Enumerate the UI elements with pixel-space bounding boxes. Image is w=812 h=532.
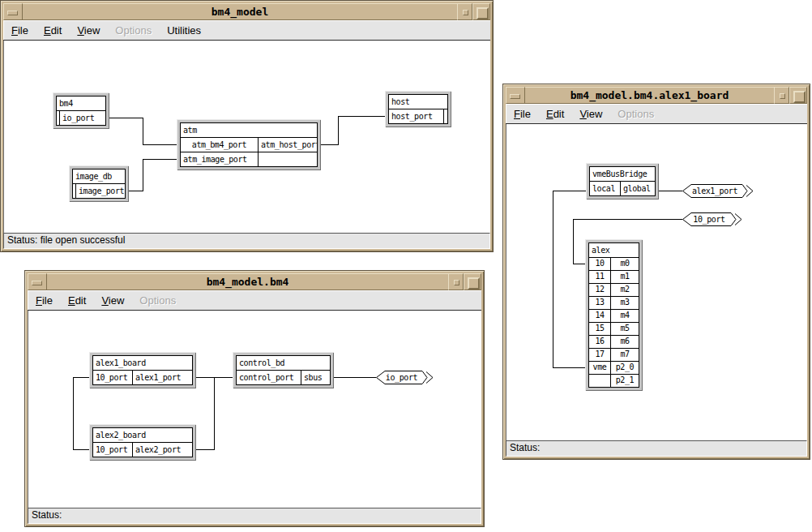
port-10-port[interactable]: 10_port bbox=[93, 443, 133, 457]
window-menu-button[interactable] bbox=[506, 87, 525, 104]
maximize-button[interactable] bbox=[789, 87, 807, 104]
hexagon-10-port[interactable]: 10_port bbox=[682, 212, 742, 226]
window-menu-button[interactable] bbox=[28, 273, 47, 290]
menubar: File Edit View Options bbox=[28, 290, 481, 311]
node-alex1-board[interactable]: alex1_board 10_port alex1_port bbox=[89, 352, 196, 388]
connection-line bbox=[553, 191, 553, 368]
port-control-port[interactable]: control_port bbox=[237, 371, 301, 384]
port-atm-bm4-port[interactable]: atm_bm4_port bbox=[181, 138, 259, 152]
node-title: bm4 bbox=[57, 97, 105, 111]
node-title: alex1_board bbox=[93, 356, 192, 371]
port-io-port[interactable]: io_port bbox=[60, 111, 105, 125]
table-cell[interactable]: 11 bbox=[589, 271, 611, 283]
table-cell[interactable]: 16 bbox=[589, 336, 611, 348]
menu-edit[interactable]: Edit bbox=[546, 108, 564, 120]
port-atm-host-port[interactable]: atm_host_port bbox=[259, 138, 317, 152]
table-cell[interactable]: m7 bbox=[611, 349, 639, 361]
menu-view[interactable]: View bbox=[101, 294, 124, 307]
table-cell[interactable] bbox=[589, 375, 611, 387]
status-bar: Status: file open successful bbox=[3, 233, 490, 249]
titlebar[interactable]: bm4_model.bm4 bbox=[28, 273, 481, 290]
connection-line bbox=[143, 118, 143, 145]
menu-options: Options bbox=[115, 24, 152, 36]
menu-view[interactable]: View bbox=[77, 24, 100, 36]
connection-line bbox=[321, 144, 339, 145]
hexagon-io-port[interactable]: io_port bbox=[376, 371, 434, 384]
window-menu-button[interactable] bbox=[3, 3, 23, 20]
port-image-port[interactable]: image_port bbox=[76, 184, 125, 198]
node-title: control_bd bbox=[237, 356, 330, 371]
table-cell[interactable]: m4 bbox=[611, 310, 639, 322]
connection-line bbox=[129, 191, 143, 191]
window-title: bm4_model.bm4 bbox=[47, 273, 448, 290]
titlebar[interactable]: bm4_model.bm4.alex1_board bbox=[506, 87, 807, 104]
table-cell[interactable]: 13 bbox=[589, 297, 611, 309]
status-bar: Status: bbox=[506, 440, 807, 457]
window-bm4-model-bm4: bm4_model.bm4 File Edit View Options ale… bbox=[24, 270, 485, 527]
node-bm4[interactable]: bm4 io_port bbox=[53, 92, 109, 129]
menu-options: Options bbox=[139, 294, 176, 307]
table-cell[interactable]: m3 bbox=[611, 297, 639, 309]
menu-utilities[interactable]: Utilities bbox=[167, 24, 201, 36]
connection-line bbox=[196, 449, 214, 450]
connection-line bbox=[109, 118, 143, 118]
table-cell[interactable]: vme bbox=[589, 362, 611, 374]
node-title: atm bbox=[181, 123, 317, 138]
hexagon-label: io_port bbox=[376, 371, 427, 384]
port-10-port[interactable]: 10_port bbox=[93, 371, 133, 384]
port-alex2-port[interactable]: alex2_port bbox=[133, 443, 192, 457]
menu-file[interactable]: File bbox=[514, 108, 531, 120]
restore-button[interactable] bbox=[448, 273, 464, 290]
node-vme-bus-bridge[interactable]: vmeBusBridge local global bbox=[586, 163, 659, 200]
table-cell[interactable]: m1 bbox=[611, 271, 639, 283]
status-bar: Status: bbox=[28, 508, 481, 524]
node-image-db[interactable]: image_db image_port bbox=[69, 165, 129, 202]
table-cell[interactable]: m2 bbox=[611, 284, 639, 296]
menu-edit[interactable]: Edit bbox=[44, 24, 62, 36]
restore-button[interactable] bbox=[774, 87, 789, 104]
menubar: File Edit View Options Utilities bbox=[3, 20, 490, 41]
titlebar[interactable]: bm4_model bbox=[3, 3, 490, 20]
table-cell[interactable]: 12 bbox=[589, 284, 611, 296]
node-title: vmeBusBridge bbox=[590, 167, 655, 182]
node-atm[interactable]: atm atm_bm4_port atm_host_port atm_image… bbox=[177, 119, 321, 170]
menu-file[interactable]: File bbox=[11, 24, 28, 36]
node-title: host bbox=[389, 95, 447, 109]
maximize-button[interactable] bbox=[472, 3, 490, 20]
menu-edit[interactable]: Edit bbox=[68, 294, 86, 307]
table-cell[interactable]: p2_0 bbox=[611, 362, 639, 374]
port-host-port[interactable]: host_port bbox=[389, 109, 443, 123]
node-alex-table[interactable]: alex 10m0 11m1 12m2 13m3 14m4 15m5 16m6 … bbox=[585, 239, 643, 391]
maximize-button[interactable] bbox=[464, 273, 481, 290]
table-cell[interactable]: 14 bbox=[589, 310, 611, 322]
menu-view[interactable]: View bbox=[579, 108, 602, 120]
node-title: alex2_board bbox=[93, 428, 192, 443]
connection-line bbox=[573, 219, 682, 220]
connection-line bbox=[573, 219, 574, 264]
menu-file[interactable]: File bbox=[36, 294, 53, 307]
port-alex1-port[interactable]: alex1_port bbox=[133, 371, 192, 384]
node-alex2-board[interactable]: alex2_board 10_port alex2_port bbox=[89, 424, 196, 461]
port-atm-image-port[interactable]: atm_image_port bbox=[181, 152, 259, 166]
table-cell[interactable]: 10 bbox=[589, 258, 611, 270]
table-cell[interactable]: m5 bbox=[611, 323, 639, 335]
port-local[interactable]: local bbox=[590, 182, 621, 195]
window-title: bm4_model bbox=[23, 3, 457, 20]
table-cell[interactable]: p2_1 bbox=[611, 375, 639, 387]
node-title: image_db bbox=[73, 169, 125, 184]
node-control-bd[interactable]: control_bd control_port sbus bbox=[233, 352, 334, 388]
port-sbus[interactable]: sbus bbox=[301, 371, 330, 384]
table-cell[interactable]: 17 bbox=[589, 349, 611, 361]
restore-button[interactable] bbox=[457, 3, 472, 20]
port-global[interactable]: global bbox=[621, 182, 655, 195]
table-cell[interactable]: m6 bbox=[611, 336, 639, 348]
table-cell[interactable]: m0 bbox=[611, 258, 639, 270]
connection-line bbox=[73, 377, 89, 378]
node-title: alex bbox=[589, 243, 639, 258]
hexagon-alex1-port[interactable]: alex1_port bbox=[682, 184, 754, 198]
node-host[interactable]: host host_port bbox=[385, 91, 451, 127]
connection-line bbox=[143, 159, 177, 160]
connection-line bbox=[338, 116, 339, 145]
window-title: bm4_model.bm4.alex1_board bbox=[525, 87, 774, 104]
table-cell[interactable]: 15 bbox=[589, 323, 611, 335]
